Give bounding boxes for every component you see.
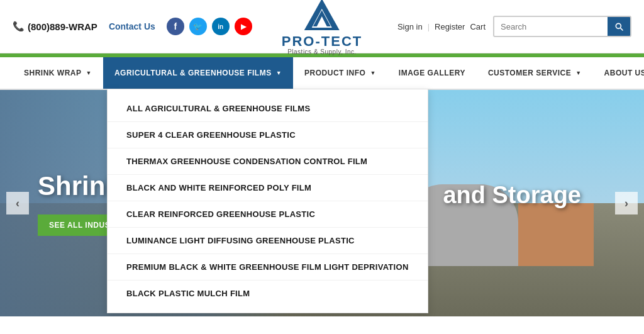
hero-title-right: and Storage (443, 182, 581, 209)
sign-in-link[interactable]: Sign in (397, 22, 423, 31)
dropdown-item-premium[interactable]: PREMIUM BLACK & WHITE GREENHOUSE FILM LI… (108, 254, 428, 281)
search-button[interactable] (608, 17, 630, 36)
chevron-down-icon: ▼ (370, 70, 375, 76)
search-icon (614, 21, 624, 31)
dropdown-menu: ALL AGRICULTURAL & GREENHOUSE FILMS SUPE… (107, 89, 428, 313)
phone-icon: 📞 (13, 21, 25, 32)
dropdown-item-thermax[interactable]: THERMAX GREENHOUSE CONDENSATION CONTROL … (108, 148, 428, 175)
nav-customer-service[interactable]: CUSTOMER SERVICE ▼ (477, 57, 593, 89)
youtube-icon[interactable]: ▶ (235, 18, 252, 35)
nav-shrink-wrap[interactable]: SHRINK WRAP ▼ (13, 57, 103, 89)
dropdown-item-luminance[interactable]: LUMINANCE LIGHT DIFFUSING GREENHOUSE PLA… (108, 228, 428, 254)
chevron-down-icon: ▼ (86, 70, 92, 76)
search-input[interactable] (494, 18, 608, 35)
chevron-down-icon: ▼ (276, 70, 282, 76)
search-container (493, 16, 631, 37)
logo[interactable]: PRO-TECT Plastics & Supply, Inc. (282, 0, 362, 55)
social-icons: f 🐦 in ▶ (167, 18, 252, 35)
twitter-icon[interactable]: 🐦 (189, 18, 207, 35)
nav-about-us[interactable]: ABOUT US ▼ (593, 57, 644, 89)
dropdown-item-clear-reinforced[interactable]: CLEAR REINFORCED GREENHOUSE PLASTIC (108, 201, 428, 228)
nav-product-info[interactable]: PRODUCT INFO ▼ (293, 57, 387, 89)
logo-triangle-icon (303, 0, 341, 32)
hero-next-button[interactable]: › (615, 192, 638, 214)
logo-text-sub: Plastics & Supply, Inc. (287, 48, 357, 55)
chevron-down-icon: ▼ (575, 70, 581, 76)
dropdown-item-black-white[interactable]: BLACK AND WHITE REINFORCED POLY FILM (108, 175, 428, 201)
dropdown-item-super4[interactable]: SUPER 4 CLEAR GREENHOUSE PLASTIC (108, 122, 428, 148)
facebook-icon[interactable]: f (167, 18, 184, 35)
hero-prev-button[interactable]: ‹ (6, 192, 29, 214)
nav-agricultural[interactable]: AGRICULTURAL & GREENHOUSE FILMS ▼ (103, 57, 293, 89)
logo-text-main: PRO-TECT (282, 35, 362, 48)
auth-links: Sign in | Register Cart (397, 22, 486, 31)
register-link[interactable]: Register (435, 22, 465, 31)
phone-number: 📞 (800)889-WRAP (13, 21, 97, 32)
top-bar: 📞 (800)889-WRAP Contact Us f 🐦 in ▶ (0, 0, 644, 53)
dropdown-item-black-mulch[interactable]: BLACK PLASTIC MULCH FILM (108, 281, 428, 306)
nav-image-gallery[interactable]: IMAGE GALLERY (387, 57, 477, 89)
top-bar-right: Sign in | Register Cart (322, 16, 631, 37)
nav-wrapper: SHRINK WRAP ▼ AGRICULTURAL & GREENHOUSE … (0, 57, 644, 90)
linkedin-icon[interactable]: in (212, 18, 230, 35)
cart-link[interactable]: Cart (470, 22, 486, 31)
nav-bar: SHRINK WRAP ▼ AGRICULTURAL & GREENHOUSE … (0, 57, 644, 90)
top-bar-left: 📞 (800)889-WRAP Contact Us f 🐦 in ▶ (13, 18, 322, 35)
contact-link[interactable]: Contact Us (109, 21, 155, 31)
dropdown-item-all[interactable]: ALL AGRICULTURAL & GREENHOUSE FILMS (108, 96, 428, 122)
